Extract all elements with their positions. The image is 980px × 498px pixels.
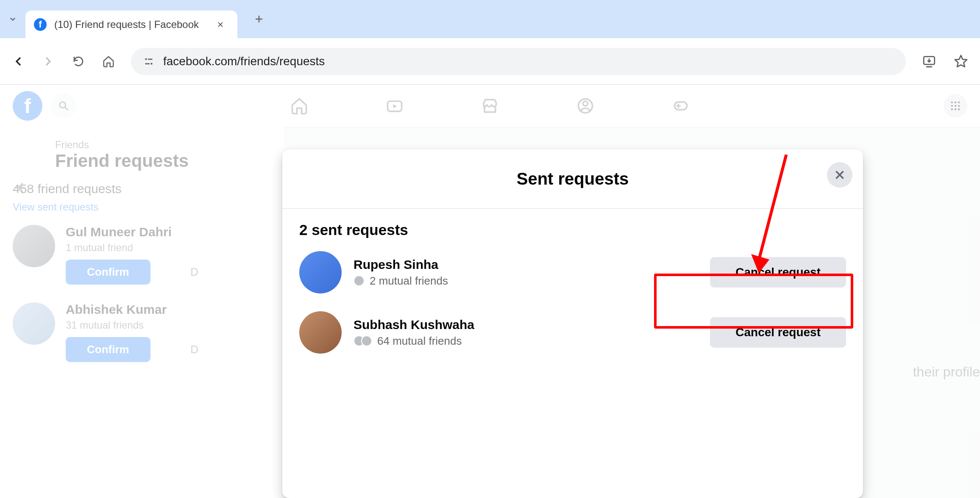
profile-hint-text: their profile	[913, 364, 980, 380]
nav-video-icon[interactable]	[382, 93, 407, 119]
avatar[interactable]	[299, 251, 342, 293]
mutual-avatars-icon	[354, 335, 372, 346]
svg-point-18	[958, 108, 960, 111]
back-button[interactable]	[11, 54, 26, 69]
nav-marketplace-icon[interactable]	[477, 93, 503, 119]
avatar	[13, 302, 55, 345]
sent-requests-modal: Sent requests 2 sent requests Rupesh Sin…	[282, 149, 863, 498]
close-tab-icon[interactable]	[215, 19, 226, 30]
tab-strip: f (10) Friend requests | Facebook	[0, 0, 980, 38]
confirm-button[interactable]: Confirm	[66, 260, 150, 285]
avatar[interactable]	[299, 311, 342, 354]
forward-button[interactable]	[41, 54, 56, 69]
page-title: Friend requests	[55, 151, 271, 171]
svg-point-13	[951, 105, 953, 107]
svg-point-12	[958, 102, 960, 104]
tab-title: (10) Friend requests | Facebook	[54, 19, 199, 30]
svg-point-0	[145, 58, 147, 60]
modal-title: Sent requests	[517, 169, 629, 188]
svg-point-17	[955, 108, 957, 111]
svg-point-10	[951, 102, 953, 104]
nav-gaming-icon[interactable]	[668, 93, 693, 119]
svg-point-2	[150, 63, 152, 64]
mutual-avatars-icon	[354, 275, 365, 286]
sent-request-item: Rupesh Sinha 2 mutual friends Cancel req…	[299, 251, 846, 293]
avatar	[13, 225, 55, 267]
svg-point-15	[958, 105, 960, 107]
modal-header: Sent requests	[282, 149, 863, 209]
nav-home-icon[interactable]	[287, 93, 312, 119]
back-arrow-icon[interactable]	[13, 180, 28, 195]
sent-request-name[interactable]: Subhash Kushwaha	[354, 318, 698, 332]
sidebar: Friends Friend requests 458 friend reque…	[0, 127, 284, 498]
sent-request-name[interactable]: Rupesh Sinha	[354, 257, 698, 272]
address-bar[interactable]: facebook.com/friends/requests	[131, 48, 906, 75]
nav-groups-icon[interactable]	[573, 93, 598, 119]
friend-request-item[interactable]: Abhishek Kumar 31 mutual friends Confirm…	[13, 302, 271, 362]
bookmark-star-icon[interactable]	[952, 53, 969, 70]
reload-button[interactable]	[71, 54, 86, 69]
facebook-nav	[287, 93, 693, 119]
new-tab-button[interactable]	[250, 10, 268, 28]
tab-dropdown-icon[interactable]	[4, 11, 21, 28]
svg-rect-3	[145, 63, 150, 64]
view-sent-requests-link[interactable]: View sent requests	[13, 201, 98, 213]
mutual-friends-text: 31 mutual friends	[66, 319, 271, 331]
modal-subtitle: 2 sent requests	[299, 221, 846, 238]
facebook-search-button[interactable]	[51, 93, 76, 119]
delete-button-hint[interactable]: D	[190, 343, 198, 356]
friend-request-item[interactable]: Gul Muneer Dahri 1 mutual friend Confirm…	[13, 225, 271, 285]
svg-point-8	[583, 101, 588, 106]
browser-chrome: f (10) Friend requests | Facebook facebo…	[0, 0, 980, 85]
browser-tab[interactable]: f (10) Friend requests | Facebook	[25, 11, 237, 38]
breadcrumb[interactable]: Friends	[55, 139, 271, 151]
modal-body: 2 sent requests Rupesh Sinha 2 mutual fr…	[282, 209, 863, 384]
friend-name: Abhishek Kumar	[66, 302, 271, 317]
install-app-icon[interactable]	[921, 53, 938, 70]
menu-grid-icon[interactable]	[944, 94, 967, 118]
confirm-button[interactable]: Confirm	[66, 337, 150, 362]
home-button[interactable]	[101, 54, 116, 69]
facebook-favicon-icon: f	[34, 18, 47, 31]
request-count: 458 friend requests	[13, 182, 271, 196]
mutual-friends-text: 2 mutual friends	[370, 274, 448, 288]
svg-point-14	[955, 105, 957, 107]
url-text: facebook.com/friends/requests	[163, 55, 325, 68]
cancel-request-button[interactable]: Cancel request	[710, 257, 846, 288]
close-modal-button[interactable]	[827, 162, 852, 188]
svg-point-16	[951, 108, 953, 111]
facebook-header: f	[0, 85, 980, 127]
friend-name: Gul Muneer Dahri	[66, 225, 271, 239]
sent-request-item: Subhash Kushwaha 64 mutual friends Cance…	[299, 311, 846, 354]
delete-button-hint[interactable]: D	[190, 266, 198, 278]
svg-rect-1	[148, 58, 153, 60]
address-bar-row: facebook.com/friends/requests	[0, 38, 980, 85]
mutual-friends-text: 1 mutual friend	[66, 242, 271, 254]
cancel-request-button[interactable]: Cancel request	[710, 317, 846, 348]
facebook-logo-icon[interactable]: f	[13, 91, 42, 121]
svg-point-11	[955, 102, 957, 104]
mutual-friends-text: 64 mutual friends	[377, 335, 462, 348]
site-settings-icon[interactable]	[143, 55, 155, 67]
